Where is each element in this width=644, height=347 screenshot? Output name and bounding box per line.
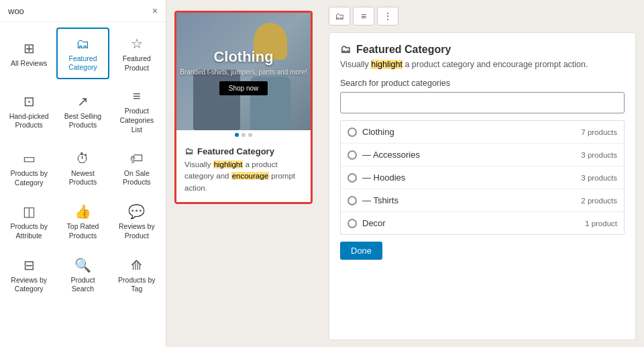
sidebar-item-products-by-category[interactable]: ▭ Products by Category — [3, 142, 55, 194]
preview-card: Clothing Branded t-shirts, jumpers, pant… — [174, 11, 313, 204]
category-left-2: — Hoodies — [347, 172, 405, 183]
category-left-4: Decor — [347, 218, 386, 228]
radio-3 — [347, 196, 357, 205]
category-item-4[interactable]: Decor 1 product — [341, 212, 624, 234]
products-by-attribute-icon: ◫ — [23, 203, 36, 219]
sidebar-title: woo — [8, 6, 24, 16]
right-card: 🗂 Featured Category Visually highlight a… — [329, 32, 636, 340]
highlight-1: highlight — [213, 160, 244, 168]
right-toolbar: 🗂 ≡ ⋮ — [329, 7, 636, 26]
overlay-text: Clothing Branded t-shirts, jumpers, pant… — [176, 13, 311, 130]
category-name-4: Decor — [362, 218, 386, 228]
search-input[interactable] — [340, 92, 625, 113]
category-count-4: 1 product — [585, 219, 617, 228]
preview-info-desc: Visually highlight a product category an… — [184, 159, 303, 194]
dot-1 — [241, 133, 246, 137]
right-card-desc: Visually highlight a product category an… — [340, 60, 625, 69]
close-button[interactable]: × — [152, 5, 158, 16]
sidebar-item-newest-products[interactable]: ⏱ Newest Products — [56, 142, 109, 194]
featured-product-label: Featured Product — [115, 54, 159, 72]
product-search-icon: 🔍 — [74, 257, 91, 273]
shop-now-button[interactable]: Shop now — [219, 81, 268, 95]
category-item-1[interactable]: — Accessories 3 products — [341, 144, 624, 166]
best-selling-products-icon: ↗ — [77, 93, 89, 109]
reviews-by-category-icon: ⊟ — [23, 257, 35, 273]
category-name-0: Clothing — [362, 127, 394, 137]
category-count-1: 3 products — [581, 151, 617, 159]
featured-category-icon: 🗂 — [76, 36, 89, 52]
products-by-attribute-label: Products by Attribute — [7, 222, 51, 240]
toolbar-folder-button[interactable]: 🗂 — [329, 7, 350, 26]
category-item-2[interactable]: — Hoodies 3 products — [341, 166, 624, 189]
newest-products-label: Newest Products — [60, 169, 105, 187]
category-name-2: — Hoodies — [362, 172, 405, 183]
preview-info-title: 🗂 Featured Category — [184, 146, 303, 156]
preview-card-title: Featured Category — [197, 146, 274, 156]
radio-2 — [347, 173, 357, 183]
reviews-by-category-label: Reviews by Category — [7, 276, 51, 294]
right-card-icon: 🗂 — [340, 44, 351, 56]
done-button[interactable]: Done — [340, 242, 382, 260]
sidebar-grid: ⊞ All Reviews 🗂 Featured Category ☆ Feat… — [3, 28, 163, 301]
product-categories-list-label: Product Categories List — [115, 107, 159, 134]
handpicked-products-label: Hand-picked Products — [7, 112, 51, 130]
category-left-3: — Tshirts — [347, 195, 398, 205]
products-by-category-icon: ▭ — [23, 150, 36, 166]
sidebar-item-handpicked-products[interactable]: ⊡ Hand-picked Products — [3, 81, 55, 141]
sidebar-item-products-by-tag[interactable]: ⟰ Products by Tag — [111, 249, 163, 301]
category-count-2: 3 products — [581, 174, 617, 182]
preview-clothing-title: Clothing — [213, 48, 273, 66]
sidebar-item-on-sale-products[interactable]: 🏷 On Sale Products — [111, 142, 163, 194]
category-left-0: Clothing — [347, 127, 394, 137]
sidebar-item-featured-category[interactable]: 🗂 Featured Category — [56, 28, 109, 79]
dot-active — [235, 133, 239, 137]
sidebar-item-reviews-by-category[interactable]: ⊟ Reviews by Category — [3, 249, 55, 301]
newest-products-icon: ⏱ — [76, 151, 89, 166]
featured-product-icon: ☆ — [131, 36, 143, 52]
sidebar-item-all-reviews[interactable]: ⊞ All Reviews — [3, 28, 55, 79]
search-label: Search for product categories — [340, 79, 625, 88]
right-card-title: 🗂 Featured Category — [340, 44, 625, 56]
sidebar-header: woo × — [0, 0, 166, 22]
toolbar-more-button[interactable]: ⋮ — [377, 7, 398, 26]
products-by-tag-label: Products by Tag — [115, 276, 159, 294]
preview-image: Clothing Branded t-shirts, jumpers, pant… — [176, 13, 311, 130]
sidebar: woo × ⊞ All Reviews 🗂 Featured Category … — [0, 0, 166, 347]
category-left-1: — Accessories — [347, 150, 420, 160]
sidebar-item-featured-product[interactable]: ☆ Featured Product — [111, 28, 163, 79]
category-item-0[interactable]: Clothing 7 products — [341, 121, 624, 144]
preview-pane: Clothing Branded t-shirts, jumpers, pant… — [166, 0, 321, 347]
radio-0 — [347, 128, 357, 137]
all-reviews-label: All Reviews — [11, 59, 47, 68]
top-rated-products-icon: 👍 — [74, 203, 91, 219]
sidebar-item-product-search[interactable]: 🔍 Product Search — [56, 249, 109, 301]
handpicked-products-icon: ⊡ — [23, 93, 35, 109]
featured-category-label: Featured Category — [60, 54, 105, 72]
on-sale-products-label: On Sale Products — [115, 169, 159, 187]
sidebar-item-products-by-attribute[interactable]: ◫ Products by Attribute — [3, 195, 55, 247]
dot-2 — [248, 133, 252, 137]
carousel-dots — [176, 130, 311, 140]
sidebar-item-top-rated-products[interactable]: 👍 Top Rated Products — [56, 195, 109, 247]
radio-4 — [347, 219, 357, 228]
product-search-label: Product Search — [60, 276, 105, 294]
right-highlight-1: highlight — [371, 60, 402, 69]
toolbar-list-button[interactable]: ≡ — [353, 7, 374, 26]
category-name-3: — Tshirts — [362, 195, 398, 205]
reviews-by-product-icon: 💬 — [128, 203, 145, 219]
product-categories-list-icon: ≡ — [133, 89, 141, 104]
category-count-0: 7 products — [581, 128, 617, 136]
sidebar-scroll: ⊞ All Reviews 🗂 Featured Category ☆ Feat… — [0, 22, 166, 347]
category-item-3[interactable]: — Tshirts 2 products — [341, 189, 624, 212]
sidebar-item-best-selling-products[interactable]: ↗ Best Selling Products — [56, 81, 109, 141]
main-area: Clothing Branded t-shirts, jumpers, pant… — [166, 0, 644, 347]
best-selling-products-label: Best Selling Products — [60, 112, 105, 130]
sidebar-item-product-categories-list[interactable]: ≡ Product Categories List — [111, 81, 163, 141]
sidebar-item-reviews-by-product[interactable]: 💬 Reviews by Product — [111, 195, 163, 247]
highlight-2: encourage — [231, 172, 269, 180]
products-by-category-label: Products by Category — [7, 169, 51, 187]
preview-clothing-subtitle: Branded t-shirts, jumpers, pants and mor… — [180, 68, 307, 76]
on-sale-products-icon: 🏷 — [130, 151, 144, 166]
category-count-3: 2 products — [581, 197, 617, 205]
featured-category-icon: 🗂 — [184, 146, 193, 156]
